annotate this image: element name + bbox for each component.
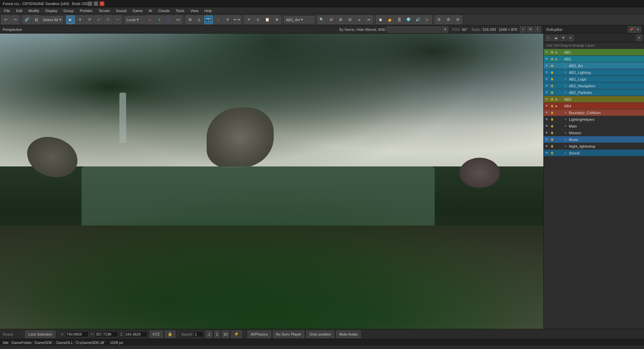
coord-system-dropdown[interactable]: Local ▾ xyxy=(125,16,145,23)
copy-button[interactable]: ⎘ xyxy=(254,15,262,24)
char-button[interactable]: 🧑 xyxy=(385,15,394,24)
menu-item-file[interactable]: File xyxy=(1,7,13,14)
layer-lock-ab2_logic[interactable]: 🔒 xyxy=(550,76,554,82)
layer-row-night_lightsetup[interactable]: 👁🔒≡Night_lightsetup xyxy=(544,143,644,150)
menu-item-sound[interactable]: Sound xyxy=(113,7,129,14)
layer-lock-ab2_particles[interactable]: 🔒 xyxy=(550,90,554,96)
viewport-canvas[interactable] xyxy=(0,34,543,329)
viewport-search-input[interactable] xyxy=(387,27,441,33)
maximize-button[interactable]: □ xyxy=(94,1,98,6)
lock-xyz-button[interactable]: 🔒 xyxy=(165,331,175,338)
layer-eye-ab4[interactable]: 👁 xyxy=(544,103,550,109)
dist-button[interactable]: ⇔ xyxy=(364,15,373,24)
layer-eye-ab3[interactable]: 👁 xyxy=(544,96,550,102)
env-button[interactable]: 🌍 xyxy=(404,15,413,24)
select-dropdown[interactable]: Select All ▾ xyxy=(41,16,63,23)
layer-lock-ab2[interactable]: 🔒 xyxy=(550,56,554,62)
layer-lock-mission[interactable]: 🔒 xyxy=(550,130,554,136)
layer-lock-night_lightsetup[interactable]: 🔒 xyxy=(550,143,554,149)
axis-z-button[interactable]: Z xyxy=(164,15,173,24)
camera-button[interactable]: 📷 xyxy=(204,15,213,24)
coord-x-input[interactable] xyxy=(65,331,89,337)
settings-button[interactable]: ⚙ xyxy=(435,15,443,24)
db-button[interactable]: 🗄 xyxy=(395,15,404,24)
clear-search-button[interactable]: ✕ xyxy=(442,27,448,33)
menu-item-edit[interactable]: Edit xyxy=(13,7,25,14)
layer-row-ab1[interactable]: 👁🔒▶AB1 xyxy=(544,49,644,56)
rollup-display-button[interactable]: 👁 xyxy=(560,35,567,41)
menu-item-prefabs[interactable]: Prefabs xyxy=(77,7,95,14)
layer-eye-ab2_particles[interactable]: 👁 xyxy=(544,90,550,96)
layer-expand-ab4[interactable]: ▶ xyxy=(554,104,558,108)
menu-item-group[interactable]: Group xyxy=(61,7,76,14)
coord-y-input[interactable] xyxy=(95,331,118,337)
lock-selection-button[interactable]: Lock Selection xyxy=(25,331,55,338)
axis-xy-button[interactable]: XY xyxy=(174,15,182,24)
layer-row-main[interactable]: 👁🔒≡Main xyxy=(544,123,644,130)
layer-lock-ab2_lighting[interactable]: 🔒 xyxy=(550,69,554,76)
link-button[interactable]: 🔗 xyxy=(22,15,31,24)
paste-button[interactable]: 📋 xyxy=(263,15,272,24)
speed-icon-button[interactable]: ⚡ xyxy=(231,331,242,338)
layer-eye-ab2_logic[interactable]: 👁 xyxy=(544,76,550,82)
mute-audio-button[interactable]: Mute Audio xyxy=(336,331,361,338)
layer-expand-ab2[interactable]: ▶ xyxy=(554,57,558,61)
rotate-tool-button[interactable]: ↺ xyxy=(85,15,94,24)
layer-eye-ab1[interactable]: 👁 xyxy=(544,49,550,55)
layer-lock-main[interactable]: 🔒 xyxy=(550,123,554,129)
ungroup-button[interactable]: ⊟ xyxy=(345,15,354,24)
layer-lock-music[interactable]: 🔒 xyxy=(550,137,554,143)
layer-row-ab2_navigation[interactable]: 👁🔒≡AB2_Navigation xyxy=(544,83,644,89)
layer-row-boundary_collision[interactable]: 👁🔒≡Boundary_Collision xyxy=(544,109,644,116)
delete-button[interactable]: ✕ xyxy=(244,15,253,24)
layer-lock-boundary_collision[interactable]: 🔒 xyxy=(550,110,554,116)
angle-button[interactable]: ∠ xyxy=(195,15,204,24)
layer-row-mission[interactable]: 👁🔒≡Mission xyxy=(544,130,644,136)
menu-item-help[interactable]: Help xyxy=(202,7,215,14)
layer-row-sound[interactable]: 👁🔒≡Sound xyxy=(544,150,644,156)
layer-eye-music[interactable]: 👁 xyxy=(544,137,550,143)
settings3-button[interactable]: ⚙ xyxy=(453,15,462,24)
menu-item-display[interactable]: Display xyxy=(43,7,60,14)
layer-row-ab2_logic[interactable]: 👁🔒≡AB2_Logic xyxy=(544,76,644,83)
undo-button[interactable]: ↩ xyxy=(1,15,10,24)
speed-1-button[interactable]: 1 xyxy=(214,331,220,338)
axis-y-button[interactable]: Y xyxy=(155,15,164,24)
snap-angle-button[interactable]: ∢ xyxy=(223,15,232,24)
speed-10-button[interactable]: 10 xyxy=(222,331,229,338)
layer-row-ab2_art[interactable]: 👁🔒≡AB2_Art xyxy=(544,62,644,69)
menu-item-view[interactable]: View xyxy=(187,7,201,14)
wireframe-button[interactable]: ⊞ xyxy=(185,15,194,24)
layer-eye-boundary_collision[interactable]: 👁 xyxy=(544,110,550,116)
snap-scale-button[interactable]: ⇤⇥ xyxy=(232,15,241,24)
xyz-button[interactable]: XYZ xyxy=(150,331,163,338)
rollup-close-button[interactable]: ✕ xyxy=(635,26,641,33)
layer-expand-ab3[interactable]: ▶ xyxy=(554,98,558,101)
layer-eye-sound[interactable]: 👁 xyxy=(544,150,550,156)
layer-lock-ab2_navigation[interactable]: 🔒 xyxy=(550,83,554,89)
speed-dot1-button[interactable]: .1 xyxy=(206,331,212,338)
layer-eye-ab2_lighting[interactable]: 👁 xyxy=(544,69,550,76)
layer-expand-ab1[interactable]: ▶ xyxy=(554,51,558,54)
layer-row-ab2_lighting[interactable]: 👁🔒≡AB2_Lighting xyxy=(544,69,644,76)
ai-physics-button[interactable]: AI/Physics xyxy=(248,331,271,338)
goto-position-button[interactable]: Goto position xyxy=(306,331,334,338)
material-button[interactable]: ◼ xyxy=(376,15,385,24)
layer-eye-lighting_helpers[interactable]: 👁 xyxy=(544,116,550,122)
rollup-pin-button[interactable]: 📌 xyxy=(628,26,635,33)
layer-eye-ab2_navigation[interactable]: 👁 xyxy=(544,83,550,89)
unlink-button[interactable]: ⛓ xyxy=(32,15,41,24)
menu-item-game[interactable]: Game xyxy=(130,7,145,14)
layer-row-lighting_helpers[interactable]: 👁🔒≡LightingHelpers xyxy=(544,116,644,123)
menu-item-modify[interactable]: Modify xyxy=(26,7,42,14)
layer-row-ab2[interactable]: 👁🔒▶AB2 xyxy=(544,56,644,62)
layer-lock-ab3[interactable]: 🔒 xyxy=(550,96,554,102)
sound-button[interactable]: 🔊 xyxy=(414,15,422,24)
layer-lock-lighting_helpers[interactable]: 🔒 xyxy=(550,116,554,122)
sync-button[interactable]: ⇄ xyxy=(327,15,335,24)
active-tool-dropdown[interactable]: AB2_Art ▾ xyxy=(284,16,314,23)
menu-item-tools[interactable]: Tools xyxy=(173,7,187,14)
close-button[interactable]: ✕ xyxy=(100,1,104,6)
viewport-info-button[interactable]: i xyxy=(520,27,526,33)
search-objects-button[interactable]: 🔍 xyxy=(317,15,326,24)
